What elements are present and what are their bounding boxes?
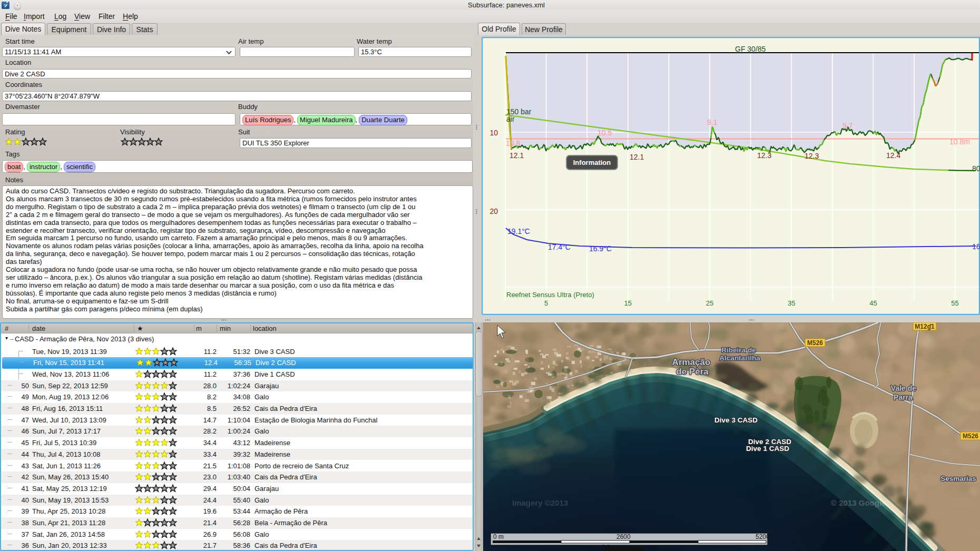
svg-text:12.4: 12.4 (886, 151, 900, 160)
svg-text:Sesmarias: Sesmarias (940, 475, 976, 483)
svg-text:9.7: 9.7 (842, 122, 853, 130)
svg-text:25: 25 (706, 299, 713, 307)
svg-text:GF 30/85: GF 30/85 (735, 45, 766, 53)
svg-text:Vale de: Vale de (891, 384, 916, 392)
svg-text:10.8m: 10.8m (949, 137, 970, 146)
svg-text:16: 16 (972, 242, 980, 251)
svg-text:12.1: 12.1 (509, 151, 524, 160)
svg-text:M12ɠ1: M12ɠ1 (915, 323, 935, 330)
svg-text:17.4°C: 17.4°C (548, 243, 571, 251)
svg-text:10.8: 10.8 (506, 139, 520, 147)
svg-text:Alcantarilha: Alcantarilha (719, 354, 760, 362)
svg-text:5200: 5200 (756, 533, 770, 540)
svg-text:Armação: Armação (672, 357, 711, 367)
svg-text:12.1: 12.1 (630, 153, 644, 161)
svg-text:55: 55 (951, 299, 958, 307)
svg-text:16.9°C: 16.9°C (589, 244, 612, 253)
svg-text:20: 20 (489, 207, 498, 215)
svg-text:12.3: 12.3 (757, 151, 771, 160)
svg-text:0 m: 0 m (493, 533, 504, 540)
svg-text:© 2013 Google: © 2013 Google (831, 498, 886, 507)
svg-text:de Pèra: de Pèra (676, 367, 709, 377)
svg-text:15: 15 (624, 299, 632, 307)
svg-text:80: 80 (972, 164, 980, 173)
svg-text:5: 5 (544, 299, 548, 307)
svg-text:Reefnet Sensus Ultra (Preto): Reefnet Sensus Ultra (Preto) (506, 291, 594, 299)
svg-text:Parra: Parra (894, 393, 913, 401)
svg-text:10.5: 10.5 (597, 129, 612, 137)
svg-text:2600: 2600 (616, 533, 631, 540)
svg-text:Dive 3 CASD: Dive 3 CASD (714, 416, 758, 424)
svg-text:35: 35 (788, 299, 795, 307)
svg-text:10: 10 (489, 129, 498, 137)
svg-text:9.1: 9.1 (707, 118, 718, 126)
svg-text:Imagery ©2013: Imagery ©2013 (512, 498, 568, 507)
svg-text:45: 45 (869, 299, 877, 307)
svg-text:12.3: 12.3 (805, 152, 819, 160)
svg-text:Information: Information (573, 159, 611, 166)
svg-text:M526: M526 (807, 339, 823, 347)
svg-text:air: air (506, 115, 515, 123)
svg-text:Ribeira de: Ribeira de (721, 346, 756, 354)
svg-text:Dive 1 CASD: Dive 1 CASD (746, 445, 789, 452)
svg-text:M526: M526 (963, 432, 978, 440)
svg-text:19.1°C: 19.1°C (507, 227, 530, 235)
